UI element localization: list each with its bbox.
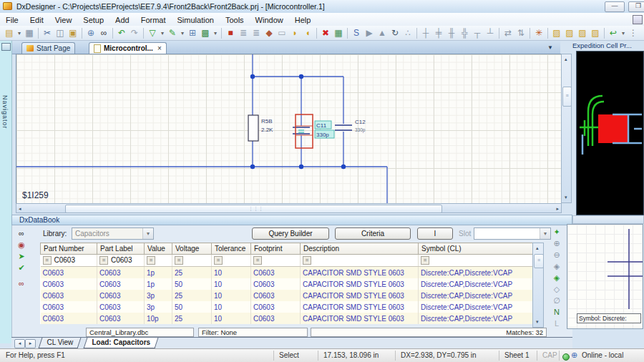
image-dropdown-icon[interactable]: ▾ xyxy=(212,27,219,39)
filter-cell[interactable]: = xyxy=(301,255,419,267)
table-cell[interactable]: C0603 xyxy=(251,267,301,279)
table-cell[interactable]: Discrete:CAP,Discrete:VCAP xyxy=(419,301,533,313)
menu-help[interactable]: Help xyxy=(289,14,317,26)
table-row[interactable]: C0603C06033p5010C0603CAPACITOR SMD STYLE… xyxy=(41,301,533,313)
scroll-up-icon[interactable]: ▴ xyxy=(565,57,567,62)
mirror-icon[interactable]: ▲ xyxy=(376,27,389,39)
menu-tools[interactable]: Tools xyxy=(220,14,250,26)
tab-start-page[interactable]: Start Page xyxy=(21,42,75,54)
table-vscrollbar[interactable]: ▴ ≡ ▾ xyxy=(532,243,544,328)
tab-load-capacitors[interactable]: Load: Capacitors xyxy=(84,338,159,348)
table-cell[interactable]: C0603 xyxy=(251,313,301,324)
block-icon[interactable]: ⊞ xyxy=(186,27,199,39)
copy-icon[interactable]: ◫ xyxy=(54,27,67,39)
table-cell[interactable]: C0603 xyxy=(97,267,145,279)
table-cell[interactable]: C0603 xyxy=(97,313,145,324)
filter-play-icon[interactable]: ▶ xyxy=(363,27,376,39)
redo-icon[interactable]: ↷ xyxy=(128,27,141,39)
capacitor-c11-selection-box[interactable] xyxy=(296,114,313,148)
search-unplaced-icon[interactable]: ∞ xyxy=(16,278,27,289)
table-scroll-up-icon[interactable]: ▴ xyxy=(536,245,539,251)
table-row[interactable]: C0603C060310p2510C0603CAPACITOR SMD STYL… xyxy=(41,313,533,324)
verify-icon[interactable]: ✔ xyxy=(16,263,27,273)
zoom-in-small-icon[interactable]: ⊕ xyxy=(551,238,562,249)
filter-operator[interactable]: = xyxy=(253,256,262,265)
filter-cell[interactable]: = xyxy=(145,255,172,267)
scroll-right-icon[interactable]: ▸ xyxy=(556,206,559,212)
swap-horizontal-icon[interactable]: ⇄ xyxy=(502,27,514,39)
filter-value[interactable]: C0603 xyxy=(54,256,75,264)
mdi-window-icon[interactable] xyxy=(633,15,643,24)
library-select[interactable]: Capacitors ▾ xyxy=(72,228,154,240)
resistor-r5b[interactable] xyxy=(248,115,258,141)
draw-icon[interactable]: ✎ xyxy=(166,27,179,39)
find-icon[interactable]: ∞ xyxy=(97,27,110,39)
table-cell[interactable]: 10 xyxy=(212,278,251,290)
navigator-panel-collapsed[interactable]: Navigator xyxy=(0,41,12,343)
table-row[interactable]: C0603C06033p2510C0603CAPACITOR SMD STYLE… xyxy=(41,290,533,301)
databook-title-bar[interactable]: DxDataBook xyxy=(11,215,572,225)
cell-preview-scroll-strip[interactable] xyxy=(572,215,644,224)
symbol-search-icon[interactable]: ◈ xyxy=(551,261,562,272)
filter-cell[interactable]: =C0603 xyxy=(41,255,97,267)
table-cell[interactable]: 3p xyxy=(145,301,172,313)
paste-icon[interactable]: ▣ xyxy=(67,27,79,39)
table-cell[interactable]: 25 xyxy=(172,290,212,301)
schematic-hscrollbar[interactable]: ◂ ⋮⋮⋮ ▸ xyxy=(16,203,562,213)
package-icon[interactable]: ◆ xyxy=(263,27,275,39)
filter-operator[interactable]: = xyxy=(43,256,52,265)
table-cell[interactable]: CAPACITOR SMD STYLE 0603 xyxy=(301,301,419,313)
menu-simulation[interactable]: Simulation xyxy=(172,14,220,26)
place-part-icon[interactable]: ◉ xyxy=(16,240,27,250)
delete-icon[interactable]: ✖ xyxy=(319,27,332,39)
pin-top-icon[interactable]: ┬ xyxy=(471,27,484,39)
table-row[interactable]: C0603C06031p2510C0603CAPACITOR SMD STYLE… xyxy=(41,267,533,279)
symbol-previous-icon[interactable]: ◇ xyxy=(551,284,562,295)
table-cell[interactable]: 50 xyxy=(172,278,212,290)
symbol-search-active-icon[interactable]: ◈ xyxy=(551,273,562,283)
table-cell[interactable]: C0603 xyxy=(251,278,301,290)
table-cell[interactable]: Discrete:CAP,Discrete:VCAP xyxy=(419,313,533,324)
filter-cell[interactable]: = xyxy=(212,255,251,267)
column-header-description[interactable]: Description xyxy=(301,243,419,255)
db-place-2-icon[interactable]: ▨ xyxy=(563,27,576,39)
back-navigate-icon[interactable]: ↩ xyxy=(607,27,620,39)
forward-annotate-icon[interactable]: ◗ xyxy=(288,27,301,39)
column-header-part-label[interactable]: Part Label xyxy=(97,243,145,255)
table-row[interactable]: C0603C06031p5010C0603CAPACITOR SMD STYLE… xyxy=(41,278,533,290)
slot-select[interactable]: ▾ xyxy=(474,228,551,240)
table-cell[interactable]: 10 xyxy=(212,313,251,324)
eraser-icon[interactable]: ∅ xyxy=(551,295,562,306)
table-scroll-down-icon[interactable]: ▾ xyxy=(536,319,539,325)
menu-view[interactable]: View xyxy=(49,14,78,26)
table-cell[interactable]: 10 xyxy=(212,267,251,279)
minimize-button[interactable]: — xyxy=(605,1,625,12)
pin-swap-icon[interactable]: ╫ xyxy=(445,27,458,39)
cross-probe-icon[interactable]: ✳ xyxy=(532,27,545,39)
table-cell[interactable]: CAPACITOR SMD STYLE 0603 xyxy=(301,290,419,301)
filter-operator[interactable]: = xyxy=(175,256,183,265)
table-cell[interactable]: C0603 xyxy=(251,290,301,301)
column-header-value[interactable]: Value xyxy=(145,243,172,255)
print-icon[interactable]: ▦ xyxy=(23,27,36,39)
pin-name-icon[interactable]: ╪ xyxy=(432,27,445,39)
db-place-3-icon[interactable]: ▨ xyxy=(576,27,589,39)
find-part-icon[interactable]: ∴ xyxy=(401,27,414,39)
filter-cell[interactable]: = xyxy=(419,255,533,267)
menu-format[interactable]: Format xyxy=(135,14,172,26)
swap-vertical-icon[interactable]: ⇅ xyxy=(514,27,527,39)
apply-symbol-icon[interactable]: ✦ xyxy=(551,227,562,238)
table-cell[interactable]: CAPACITOR SMD STYLE 0603 xyxy=(301,313,419,324)
search-parts-icon[interactable]: ∞ xyxy=(16,228,27,239)
column-header-part-number[interactable]: Part Number xyxy=(41,243,97,255)
table-cell[interactable]: 10 xyxy=(212,290,251,301)
table-cell[interactable]: CAPACITOR SMD STYLE 0603 xyxy=(301,278,419,290)
new-dropdown-icon[interactable]: ▾ xyxy=(16,27,23,39)
draw-dropdown-icon[interactable]: ▾ xyxy=(179,27,186,39)
pin-grid-icon[interactable]: ╬ xyxy=(458,27,471,39)
image-icon[interactable]: ▩ xyxy=(199,27,212,39)
table-cell[interactable]: 1p xyxy=(145,267,172,279)
table-cell[interactable]: C0603 xyxy=(41,278,97,290)
db-place-4-icon[interactable]: ▨ xyxy=(589,27,602,39)
table-cell[interactable]: C0603 xyxy=(41,313,97,324)
